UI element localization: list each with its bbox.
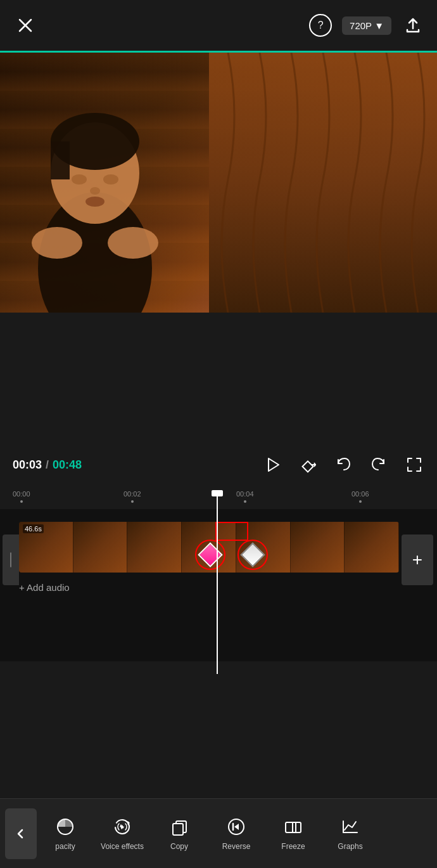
add-audio-label: + Add audio	[19, 582, 70, 593]
quality-label: 720P	[350, 20, 372, 31]
svg-point-8	[90, 187, 100, 195]
voice-effects-icon	[112, 817, 132, 837]
svg-point-10	[32, 227, 82, 259]
svg-rect-5	[51, 141, 70, 179]
reverse-icon	[226, 817, 246, 837]
thumb-6	[291, 522, 345, 573]
keyframe-circle-white	[238, 540, 268, 570]
graphs-icon	[340, 817, 360, 837]
toolbar-items: pacity Voice effects	[37, 805, 437, 862]
quality-arrow: ▼	[374, 20, 384, 31]
header: ? 720P ▼	[0, 0, 437, 51]
quality-button[interactable]: 720P ▼	[342, 16, 391, 35]
selection-box	[215, 522, 248, 541]
toolbar-item-graphs[interactable]: Graphs	[322, 805, 379, 862]
play-button[interactable]	[262, 455, 282, 475]
toolbar-item-freeze[interactable]: Freeze	[265, 805, 322, 862]
curtain-texture	[209, 53, 437, 313]
video-preview	[0, 53, 437, 313]
ruler-mark-2: 00:04	[236, 490, 254, 503]
svg-rect-18	[173, 824, 183, 835]
thumb-2	[73, 522, 128, 573]
video-track: 46.6s +	[0, 522, 437, 573]
ruler-mark-3: 00:06	[352, 490, 369, 503]
undo-button[interactable]	[333, 455, 353, 475]
keyframe-button[interactable]	[298, 455, 318, 475]
bottom-toolbar: pacity Voice effects	[0, 798, 437, 868]
person-silhouette	[19, 91, 196, 313]
svg-point-11	[108, 227, 158, 259]
svg-point-7	[103, 174, 118, 185]
svg-point-9	[86, 197, 104, 207]
thumb-7	[345, 522, 399, 573]
help-icon: ?	[318, 20, 324, 31]
track-left-handle[interactable]	[3, 534, 19, 585]
svg-rect-13	[303, 461, 314, 472]
close-button[interactable]	[13, 13, 38, 38]
reverse-label: Reverse	[222, 842, 251, 851]
time-display: 00:03 / 00:48	[13, 458, 82, 472]
playback-controls	[262, 455, 424, 475]
playhead-top	[212, 490, 223, 496]
freeze-label: Freeze	[281, 842, 305, 851]
help-button[interactable]: ?	[309, 14, 332, 37]
export-button[interactable]	[402, 14, 424, 37]
controls-area: 00:03 / 00:48	[0, 439, 437, 490]
freeze-icon	[283, 817, 303, 837]
fullscreen-button[interactable]	[404, 455, 424, 475]
thumb-3	[127, 522, 182, 573]
opacity-label: pacity	[55, 842, 75, 851]
header-right: ? 720P ▼	[309, 14, 424, 37]
copy-label: Copy	[170, 842, 188, 851]
add-icon: +	[412, 550, 422, 570]
time-total: 00:48	[53, 458, 82, 472]
svg-point-6	[72, 174, 87, 185]
track-duration: 46.6s	[23, 524, 44, 533]
toolbar-item-reverse[interactable]: Reverse	[208, 805, 265, 862]
toolbar-item-copy[interactable]: Copy	[151, 805, 208, 862]
redo-button[interactable]	[369, 455, 389, 475]
graphs-label: Graphs	[338, 842, 362, 851]
copy-icon	[169, 817, 189, 837]
add-clip-button[interactable]: +	[402, 534, 433, 585]
ruler-mark-0: 00:00	[13, 490, 30, 503]
toolbar-item-voice-effects[interactable]: Voice effects	[94, 805, 151, 862]
ruler-mark-1: 00:02	[124, 490, 141, 503]
keyframe-circle-pink	[195, 540, 225, 570]
voice-effects-label: Voice effects	[101, 842, 144, 851]
add-audio-button[interactable]: + Add audio	[19, 582, 70, 593]
video-frame	[0, 53, 437, 313]
time-current: 00:03	[13, 458, 42, 472]
playhead	[217, 490, 218, 674]
time-separator: /	[46, 458, 49, 472]
timeline-area: 46.6s + + Add audio	[0, 509, 437, 661]
toolbar-back-button[interactable]	[5, 808, 37, 859]
toolbar-item-opacity[interactable]: pacity	[37, 805, 94, 862]
opacity-icon	[55, 817, 75, 837]
